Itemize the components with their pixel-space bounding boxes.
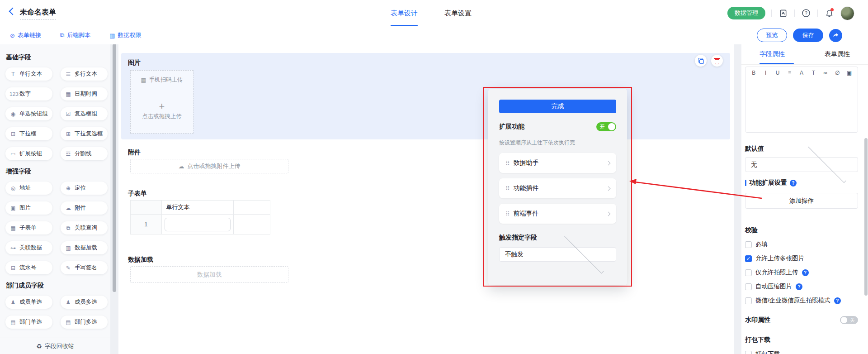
drag-handle-icon[interactable]: ⠿ [505, 160, 509, 167]
help-icon[interactable]: ? [834, 297, 841, 304]
click-upload-box[interactable]: + 点击或拖拽上传 [130, 89, 193, 134]
signature[interactable]: ✎ 手写签名 [61, 261, 108, 274]
validation-checkbox-row[interactable]: 微信/企业微信原生拍照模式 ? [745, 297, 858, 305]
checkbox-group[interactable]: ☑ 复选框组 [61, 107, 108, 120]
canvas-scrollbar[interactable] [113, 44, 116, 292]
frontend-event[interactable]: ⠿ 前端事件 [499, 204, 616, 224]
scan-upload-box[interactable]: ▦ 手机扫码上传 [130, 70, 193, 89]
number[interactable]: 123 数字 [5, 87, 52, 100]
attachment-upload-box[interactable]: ☁ 点击或拖拽附件上传 [130, 159, 288, 173]
default-value-select[interactable]: 无 [745, 157, 858, 172]
rich-text-toolbar: B I U ≡ A T ∞ ∅ ▣ [745, 67, 858, 79]
watermark-toggle-off[interactable]: 关 [840, 316, 858, 324]
index-header-cell [131, 201, 162, 215]
tab-form-settings[interactable]: 表单设置 [444, 0, 472, 26]
subform-text-input[interactable] [165, 218, 231, 231]
checkbox[interactable] [745, 283, 752, 290]
tab-form-properties[interactable]: 表单属性 [825, 50, 850, 58]
bold-icon[interactable]: B [748, 68, 759, 78]
validation-checkbox-row[interactable]: 仅允许拍照上传 ? [745, 268, 858, 277]
trigger-field-select[interactable]: 不触发 [499, 247, 616, 262]
related-data[interactable]: ⊶ 关联数据 [5, 241, 52, 254]
package-download-row[interactable]: 打包下载 [745, 350, 858, 354]
checkbox[interactable] [745, 255, 752, 262]
member-single[interactable]: ♟ 成员单选 [5, 296, 52, 309]
data-assistant[interactable]: ⠿ 数据助手 [499, 153, 616, 173]
form-link[interactable]: ⊘ 表单链接 [10, 31, 41, 39]
member-multi[interactable]: ♟ 成员多选 [61, 296, 108, 309]
properties-scrollbar[interactable] [864, 138, 868, 296]
data-load[interactable]: ▥ 数据加载 [61, 241, 108, 254]
link-icon: ▥ [109, 32, 115, 39]
validation-checkbox-row[interactable]: 自动压缩图片 ? [745, 282, 858, 291]
dept-multi[interactable]: ▤ 部门多选 [61, 316, 108, 329]
field-title-editor-area[interactable] [745, 79, 858, 132]
dept-single[interactable]: ▤ 部门单选 [5, 316, 52, 329]
link-icon[interactable]: ∞ [820, 68, 831, 78]
checkbox[interactable] [745, 351, 752, 354]
insert-image-icon[interactable]: ▣ [844, 68, 855, 78]
help-icon[interactable]: ? [801, 8, 811, 19]
italic-icon[interactable]: I [760, 68, 771, 78]
dropdown[interactable]: ⊡ 下拉框 [5, 127, 52, 140]
font-size-icon[interactable]: T [808, 68, 819, 78]
delete-field-button[interactable] [711, 55, 723, 67]
address-book-icon[interactable] [778, 8, 788, 19]
related-query[interactable]: ⧉ 关联查询 [61, 221, 108, 234]
bell-icon[interactable] [824, 8, 835, 19]
unlink-icon[interactable]: ∅ [832, 68, 843, 78]
serial-number[interactable]: ⊟ 流水号 [5, 261, 52, 274]
multi-line-text[interactable]: ☰ 多行文本 [61, 67, 108, 81]
extension-toggle-on[interactable]: 开 [596, 122, 616, 131]
location[interactable]: ⊕ 定位 [61, 182, 108, 195]
drag-handle-icon[interactable]: ⠿ [505, 210, 509, 217]
checkbox[interactable] [745, 241, 752, 248]
font-color-icon[interactable]: A [796, 68, 807, 78]
field-recycle-bin[interactable]: ♻ 字段回收站 [0, 338, 110, 354]
add-action-button[interactable]: 添加操作 [745, 193, 858, 209]
function-plugin[interactable]: ⠿ 功能插件 [499, 178, 616, 198]
subform[interactable]: ▦ 子表单 [5, 221, 52, 234]
underline-icon[interactable]: U [772, 68, 783, 78]
extend-button[interactable]: ▭ 扩展按钮 [5, 147, 52, 160]
dropdown-multi[interactable]: ⊞ 下拉复选框 [61, 127, 108, 140]
dept-member-fields: ♟ 成员单选 ♟ 成员多选 ▤ 部门单选 ▤ 部门多选 [0, 296, 110, 329]
trigger-field-value: 不触发 [505, 250, 557, 258]
field-icon: ▣ [9, 205, 17, 211]
save-button[interactable]: 保存 [793, 29, 823, 42]
preview-button[interactable]: 预览 [757, 29, 787, 42]
tab-field-properties[interactable]: 字段属性 [760, 50, 785, 58]
validation-checkbox-row[interactable]: 允许上传多张图片 ? [745, 254, 858, 263]
help-icon[interactable]: ? [790, 180, 797, 187]
validation-checkbox-row[interactable]: 必填 ? [745, 240, 858, 249]
link-icon: ⊘ [10, 32, 15, 39]
backend-script[interactable]: ⧉ 后端脚本 [60, 31, 90, 39]
checkbox[interactable] [745, 269, 752, 276]
address[interactable]: ◎ 地址 [5, 182, 52, 195]
canvas-field-image-selected[interactable]: 图片 ▦ 手机扫码上传 + 点击或拖拽上传 [121, 53, 730, 139]
field-icon: ▦ [65, 91, 72, 97]
help-icon[interactable]: ? [802, 269, 809, 276]
done-button[interactable]: 完成 [499, 100, 616, 113]
single-line-text[interactable]: T 单行文本 [5, 67, 52, 81]
datetime[interactable]: ▦ 日期时间 [61, 87, 108, 100]
data-permission[interactable]: ▥ 数据权限 [109, 31, 141, 39]
divider [817, 10, 818, 17]
tab-form-design[interactable]: 表单设计 [391, 0, 418, 26]
data-manage-button[interactable]: 数据管理 [727, 7, 765, 19]
radio-group[interactable]: ◉ 单选按钮组 [5, 107, 52, 120]
duplicate-field-button[interactable] [695, 55, 707, 67]
user-avatar[interactable] [840, 6, 854, 20]
back-icon[interactable] [9, 8, 17, 15]
dataload-placeholder-box[interactable]: 数据加载 [130, 266, 288, 283]
align-icon[interactable]: ≡ [784, 68, 795, 78]
image[interactable]: ▣ 图片 [5, 201, 52, 215]
share-button[interactable] [829, 29, 842, 42]
checkbox[interactable] [745, 297, 752, 304]
help-icon[interactable]: ? [796, 283, 802, 290]
divider[interactable]: ☲ 分割线 [61, 147, 108, 160]
form-title[interactable]: 未命名表单 [20, 8, 56, 20]
trash-icon [714, 58, 720, 64]
drag-handle-icon[interactable]: ⠿ [505, 185, 509, 192]
attachment[interactable]: ☁ 附件 [61, 201, 108, 215]
